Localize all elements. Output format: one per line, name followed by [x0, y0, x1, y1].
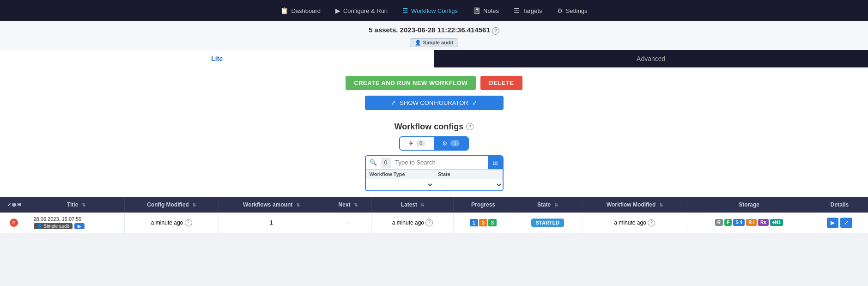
tab-lite[interactable]: Lite — [0, 50, 434, 67]
create-run-button[interactable]: CREATE AND RUN NEW WORKFLOW — [346, 76, 476, 90]
nav-dashboard[interactable]: 📋 Dashboard — [280, 7, 321, 14]
expand-icon-right: ⤢ — [472, 99, 477, 106]
nav-notes[interactable]: 📓 Notes — [473, 7, 499, 14]
col-state[interactable]: State ⇅ — [513, 197, 582, 213]
detail-buttons: ▶ ⤢ — [817, 218, 862, 228]
row-storage-cell: R F S 4 R i Rs +N1 — [687, 213, 811, 233]
dropdown-row: Workflow Type -- State -- — [366, 170, 503, 190]
col-details[interactable]: Details — [811, 197, 868, 213]
badge-icon: 👤 — [415, 40, 421, 46]
tab-advanced[interactable]: Advanced — [434, 50, 868, 67]
main-content: CREATE AND RUN NEW WORKFLOW DELETE ⤢ SHO… — [0, 67, 868, 233]
title-sort-icon: ⇅ — [82, 202, 85, 207]
workflow-type-select[interactable]: -- — [366, 179, 434, 190]
row-next-cell: - — [324, 213, 372, 233]
workflow-modified-help-icon[interactable]: ? — [648, 219, 655, 226]
row-title-cell: 28.06.2023, 15:07:59 👤 Simple audit ▶ — [28, 213, 125, 233]
progress-seg-blue: 1 — [470, 219, 478, 226]
detail-play-button[interactable]: ▶ — [827, 218, 838, 228]
search-icon: 🔍 — [370, 159, 377, 166]
nav-targets[interactable]: ☰ Targets — [514, 7, 542, 14]
section-title: Workflow configs ? — [395, 122, 474, 132]
state-badge: STARTED — [531, 219, 564, 227]
search-filter-container: 🔍 0 ⊞ Workflow Type -- State -- — [365, 155, 504, 191]
nav-settings[interactable]: ⚙ Settings — [557, 7, 588, 14]
settings-icon: ⚙ — [557, 7, 563, 14]
config-modified-help-icon[interactable]: ? — [185, 219, 192, 226]
top-navigation: 📋 Dashboard ▶ Configure & Run ☰ Workflow… — [0, 0, 868, 21]
storage-chip-n1: +N1 — [770, 219, 783, 226]
header-help-icon[interactable]: ? — [492, 27, 499, 35]
filter-icon: ⊞ — [492, 159, 498, 166]
storage-chip-r: R — [715, 219, 723, 226]
audit-icon: 👤 — [37, 224, 42, 229]
col-title[interactable]: Title ⇅ — [28, 197, 125, 213]
row-icons-cell: ✕ — [0, 213, 28, 233]
latest-help-icon[interactable]: ? — [425, 219, 433, 226]
col-storage[interactable]: Storage — [687, 197, 811, 213]
row-workflow-modified-cell: a minute ago ? — [582, 213, 687, 233]
row-audit-badge: 👤 Simple audit — [34, 223, 73, 229]
progress-seg-orange: 3 — [479, 219, 487, 226]
storage-chip-rs: Rs — [758, 219, 769, 226]
badge-label: Simple audit — [423, 40, 453, 45]
detail-expand-button[interactable]: ⤢ — [840, 218, 852, 228]
config-modified-sort-icon: ⇅ — [192, 202, 196, 207]
table-row: ✕ 28.06.2023, 15:07:59 👤 Simple audit ▶ — [0, 213, 868, 233]
progress-seg-green: 3 — [488, 219, 497, 226]
workflow-table-container: ✓⊗ ⊞ Title ⇅ Config Modified ⇅ Workflows… — [0, 197, 868, 233]
header-info-section: 5 assets. 2023-06-28 11:22:36.414561 ? 👤… — [0, 21, 868, 50]
nav-workflow-configs[interactable]: ☰ Workflow Configs — [402, 7, 458, 14]
filter-active-count: 1 — [450, 140, 460, 146]
row-error-icon[interactable]: ✕ — [10, 219, 18, 227]
row-run-badge[interactable]: ▶ — [74, 223, 85, 229]
row-progress-cell: 1 3 3 — [453, 213, 513, 233]
filter-active-icon: ⚙ — [442, 140, 448, 147]
assets-info: 5 assets. 2023-06-28 11:22:36.414561 — [369, 26, 490, 34]
col-next[interactable]: Next ⇅ — [324, 197, 372, 213]
workflow-modified-sort-icon: ⇅ — [659, 202, 663, 207]
search-filter-button[interactable]: ⊞ — [488, 156, 503, 169]
filter-tab-active[interactable]: ⚙ 1 — [434, 137, 468, 150]
state-sort-icon: ⇅ — [554, 202, 558, 207]
expand-icon: ⤢ — [391, 99, 396, 106]
targets-icon: ☰ — [514, 7, 520, 14]
state-label: State — [434, 170, 503, 179]
storage-chip-ri: R i — [746, 219, 757, 226]
workflow-type-label: Workflow Type — [366, 170, 434, 179]
state-dropdown-group: State -- — [434, 170, 503, 190]
state-select[interactable]: -- — [434, 179, 503, 190]
action-buttons-row: CREATE AND RUN NEW WORKFLOW DELETE — [346, 76, 522, 90]
configure-run-icon: ▶ — [335, 7, 340, 14]
storage-chips: R F S 4 R i Rs +N1 — [693, 219, 805, 226]
search-input[interactable] — [391, 156, 487, 169]
workflow-type-dropdown-group: Workflow Type -- — [366, 170, 435, 190]
row-config-modified-cell: a minute ago ? — [125, 213, 219, 233]
row-title-date: 28.06.2023, 15:07:59 — [34, 216, 119, 222]
notes-icon: 📓 — [473, 7, 480, 14]
filter-tab-all[interactable]: ✈ 0 — [400, 137, 434, 150]
show-configurator-button[interactable]: ⤢ SHOW CONFIGURATOR ⤢ — [365, 96, 504, 110]
search-row: 🔍 0 ⊞ — [366, 156, 503, 170]
col-latest[interactable]: Latest ⇅ — [372, 197, 454, 213]
workflow-configs-icon: ☰ — [402, 7, 408, 14]
storage-chip-f: F — [724, 219, 732, 226]
row-icons: ✕ — [6, 219, 22, 227]
tab-bar: Lite Advanced — [0, 50, 868, 67]
col-icons: ✓⊗ ⊞ — [0, 197, 28, 213]
nav-configure-run[interactable]: ▶ Configure & Run — [335, 7, 388, 14]
workflow-table: ✓⊗ ⊞ Title ⇅ Config Modified ⇅ Workflows… — [0, 197, 868, 233]
delete-button[interactable]: DELETE — [480, 76, 522, 90]
row-state-cell: STARTED — [513, 213, 582, 233]
col-progress[interactable]: Progress — [453, 197, 513, 213]
dashboard-icon: 📋 — [280, 7, 288, 14]
filter-all-icon: ✈ — [408, 140, 413, 147]
col-workflow-modified[interactable]: Workflow Modified ⇅ — [582, 197, 687, 213]
header-badge: 👤 Simple audit — [410, 38, 458, 47]
section-help-icon[interactable]: ? — [466, 123, 473, 130]
col-config-modified[interactable]: Config Modified ⇅ — [125, 197, 219, 213]
workflows-amount-sort-icon: ⇅ — [296, 202, 300, 207]
col-workflows-amount[interactable]: Workflows amount ⇅ — [219, 197, 324, 213]
storage-chip-s4: S 4 — [733, 219, 745, 226]
row-workflows-amount-cell: 1 — [219, 213, 324, 233]
